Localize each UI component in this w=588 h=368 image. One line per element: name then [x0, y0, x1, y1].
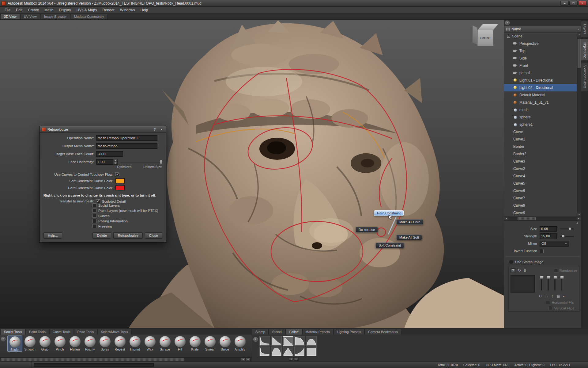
stamp-slider[interactable]: [541, 276, 542, 290]
menu-render[interactable]: Render: [100, 7, 117, 13]
transfer-checkbox-posing-information[interactable]: [92, 219, 96, 223]
object-row-light-02-directional[interactable]: Light 02 - Directional: [504, 84, 577, 91]
tray-tab-falloff[interactable]: Falloff: [286, 329, 302, 335]
maximize-button[interactable]: □: [569, 1, 578, 6]
object-row-mesh[interactable]: mesh: [504, 106, 577, 113]
sort-indicator-icon[interactable]: ▾: [578, 28, 579, 31]
context-item-soft-constraint[interactable]: Soft Constraint: [375, 243, 404, 248]
output-mesh-name-input[interactable]: [96, 143, 157, 149]
properties-collapse-strip[interactable]: ▲: [504, 221, 581, 225]
menu-create[interactable]: Create: [25, 7, 42, 13]
object-list-header[interactable]: Name ▾: [504, 26, 581, 33]
scroll-thumb[interactable]: [578, 39, 581, 68]
side-tab-object-list[interactable]: Object List: [581, 39, 588, 61]
context-item-make-all-hard[interactable]: Make All Hard: [396, 219, 423, 225]
tool-grab[interactable]: Grab: [37, 335, 52, 352]
scroll-right-icon[interactable]: ►: [294, 357, 299, 361]
tile-icon[interactable]: ▦: [556, 294, 560, 298]
tool-smooth[interactable]: Smooth: [22, 335, 37, 352]
use-stamp-image-checkbox[interactable]: [509, 260, 513, 264]
scroll-right-icon[interactable]: ►: [577, 217, 581, 220]
tool-bulge[interactable]: Bulge: [217, 335, 232, 352]
menu-edit[interactable]: Edit: [13, 7, 25, 13]
view-tab-mudbox-community[interactable]: Mudbox Community: [71, 14, 107, 19]
falloff-preset-6[interactable]: [259, 347, 270, 356]
object-row-curve5[interactable]: Curve5: [504, 180, 577, 187]
tool-pinch[interactable]: Pinch: [52, 335, 67, 352]
object-row-curve7[interactable]: Curve7: [504, 194, 577, 202]
viewport-3d[interactable]: FRONT Hard ConstraintMake All HardDo not…: [0, 20, 504, 328]
stamp-preview-box[interactable]: [511, 275, 535, 293]
view-tab-3d-view[interactable]: 3D View: [1, 14, 20, 19]
panel-collapse-button[interactable]: ›: [505, 21, 510, 25]
size-slider[interactable]: [560, 228, 574, 229]
retopologize-button[interactable]: Retopologize: [113, 232, 142, 239]
tool-knife[interactable]: Knife: [187, 335, 202, 352]
dialog-close-icon[interactable]: ×: [159, 128, 164, 131]
object-row-front[interactable]: Front: [504, 62, 577, 69]
transfer-checkbox-paint-layers-new-mesh-will-be-ptex[interactable]: [92, 209, 96, 213]
flip-vertical-icon[interactable]: ↕: [552, 294, 553, 298]
stamp-slider[interactable]: [561, 276, 562, 290]
object-row-curve9[interactable]: Curve9: [504, 209, 577, 217]
tray-tab-pose-tools[interactable]: Pose Tools: [74, 329, 97, 335]
view-cube-top-face[interactable]: [477, 24, 499, 30]
menu-file[interactable]: File: [2, 7, 13, 13]
object-row-material-1-u1-v1[interactable]: Material_1_u1_v1: [504, 99, 577, 106]
falloff-preset-4[interactable]: [294, 336, 305, 346]
object-row-curve8[interactable]: Curve8: [504, 202, 577, 209]
menu-uvs-maps[interactable]: UVs & Maps: [74, 7, 100, 13]
object-row-curve4[interactable]: Curve4: [504, 172, 577, 180]
tool-repeat[interactable]: Repeat: [112, 335, 127, 352]
tray-expand-button[interactable]: ›: [1, 337, 6, 341]
tool-fill[interactable]: Fill: [172, 335, 187, 352]
object-row-persp1[interactable]: persp1: [504, 69, 577, 77]
minimize-button[interactable]: –: [560, 1, 569, 6]
tray-tab-stencil[interactable]: Stencil: [269, 329, 286, 335]
help-button[interactable]: Help...: [43, 232, 62, 239]
delete-button[interactable]: Delete: [92, 232, 111, 239]
rotate-icon[interactable]: ↻: [539, 294, 542, 298]
slider-handle[interactable]: [160, 160, 162, 164]
view-tab-image-browser[interactable]: Image Browser: [41, 14, 70, 19]
scroll-right-icon[interactable]: ►: [246, 358, 251, 361]
falloff-preset-3[interactable]: [283, 336, 293, 346]
view-cube-side-face[interactable]: [473, 25, 477, 44]
context-item-do-not-use[interactable]: Do not use: [356, 227, 378, 232]
object-row-sphere[interactable]: sphere: [504, 113, 577, 121]
object-row-curve2[interactable]: Curve2: [504, 165, 577, 172]
object-row-curve1[interactable]: Curve1: [504, 136, 577, 143]
falloff-preset-8[interactable]: [283, 347, 293, 356]
tool-smear[interactable]: Smear: [202, 335, 217, 352]
object-list-horizontal-scrollbar[interactable]: ◄ ►: [504, 217, 581, 220]
transfer-checkbox-sculpt-layers[interactable]: [92, 203, 96, 207]
object-row-top[interactable]: Top: [504, 47, 577, 55]
size-input[interactable]: [540, 226, 557, 232]
context-item-make-all-soft[interactable]: Make All Soft: [396, 235, 422, 240]
object-row-perspective[interactable]: Perspective: [504, 40, 577, 47]
transfer-checkbox-sculpted-detail[interactable]: [96, 199, 100, 203]
hard-constraint-color-swatch[interactable]: [115, 186, 125, 190]
invert-function-checkbox[interactable]: [540, 249, 544, 253]
dialog-help-icon[interactable]: ?: [152, 128, 157, 131]
tray-tab-camera-bookmarks[interactable]: Camera Bookmarks: [365, 329, 401, 335]
flip-horizontal-icon[interactable]: ↔: [545, 294, 548, 298]
menu-help[interactable]: Help: [138, 7, 151, 13]
tool-amplify[interactable]: Amplify: [232, 335, 247, 352]
tool-flatten[interactable]: Flatten: [67, 335, 82, 352]
mirror-dropdown[interactable]: Off ▼: [540, 241, 569, 247]
transfer-checkbox-curves[interactable]: [92, 214, 96, 218]
tray-tab-material-presets[interactable]: Material Presets: [302, 329, 333, 335]
object-row-border[interactable]: Border: [504, 143, 577, 150]
tray-tab-stamp[interactable]: Stamp: [252, 329, 269, 335]
view-tab-uv-view[interactable]: UV View: [21, 14, 40, 19]
view-cube-front-face[interactable]: FRONT: [477, 30, 493, 46]
falloff-preset-7[interactable]: [271, 347, 282, 356]
scroll-thumb[interactable]: [1, 358, 184, 361]
scroll-left-icon[interactable]: ◄: [241, 358, 245, 361]
stamp-slider[interactable]: [548, 276, 549, 290]
strength-input[interactable]: [540, 233, 557, 239]
rotate-icon[interactable]: ↻: [518, 268, 521, 273]
strength-slider[interactable]: [560, 236, 574, 237]
tool-spray[interactable]: Spray: [97, 335, 112, 352]
